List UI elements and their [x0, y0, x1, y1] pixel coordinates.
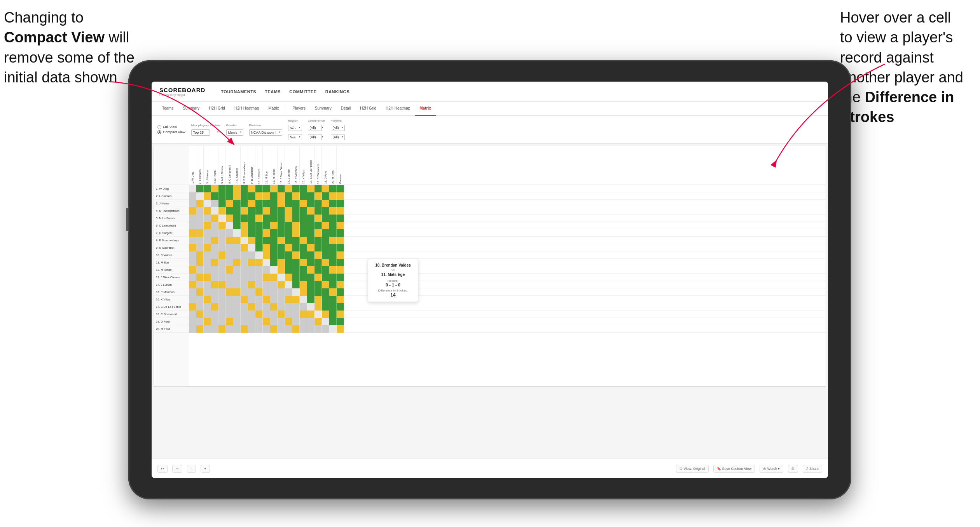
cell-12-18[interactable] — [314, 266, 322, 274]
cell-1-11[interactable] — [263, 185, 270, 192]
cell-12-4[interactable] — [211, 266, 218, 274]
share-button[interactable]: ⤴ Share — [803, 465, 822, 473]
cell-1-1[interactable] — [189, 185, 196, 192]
cell-14-12[interactable] — [270, 281, 278, 288]
cell-17-15[interactable] — [292, 303, 300, 311]
cell-8-10[interactable] — [255, 237, 263, 244]
save-custom-button[interactable]: 🔖 Save Custom View — [713, 465, 755, 473]
cell-14-10[interactable] — [255, 281, 263, 288]
cell-6-12[interactable] — [270, 222, 278, 229]
cell-2-1[interactable] — [189, 192, 196, 200]
cell-13-16[interactable] — [300, 274, 307, 281]
cell-8-5[interactable] — [218, 237, 226, 244]
cell-1-18[interactable] — [314, 185, 322, 192]
cell-9-5[interactable] — [218, 244, 226, 251]
cell-4-3[interactable] — [204, 207, 211, 215]
cell-14-5[interactable] — [218, 281, 226, 288]
cell-20-21[interactable] — [337, 325, 344, 333]
cell-6-17[interactable] — [307, 222, 314, 229]
cell-16-5[interactable] — [218, 296, 226, 303]
nav-tournaments[interactable]: TOURNAMENTS — [221, 89, 256, 94]
cell-14-2[interactable] — [196, 281, 204, 288]
cell-20-3[interactable] — [204, 325, 211, 333]
cell-6-8[interactable] — [241, 222, 248, 229]
cell-14-8[interactable] — [241, 281, 248, 288]
cell-6-20[interactable] — [329, 222, 337, 229]
cell-5-10[interactable] — [255, 215, 263, 222]
cell-11-7[interactable] — [233, 259, 241, 266]
cell-10-13[interactable] — [278, 251, 285, 259]
cell-20-15[interactable] — [292, 325, 300, 333]
cell-6-7[interactable] — [233, 222, 241, 229]
layout-button[interactable]: ⊞ — [788, 465, 798, 473]
cell-20-17[interactable] — [307, 325, 314, 333]
cell-6-4[interactable] — [211, 222, 218, 229]
cell-13-21[interactable] — [337, 274, 344, 281]
cell-6-6[interactable] — [226, 222, 233, 229]
cell-11-14[interactable] — [285, 259, 292, 266]
cell-4-5[interactable] — [218, 207, 226, 215]
cell-4-9[interactable] — [248, 207, 255, 215]
cell-8-1[interactable] — [189, 237, 196, 244]
cell-19-6[interactable] — [226, 318, 233, 325]
cell-14-18[interactable] — [314, 281, 322, 288]
cell-10-7[interactable] — [233, 251, 241, 259]
zoom-out-button[interactable]: − — [187, 465, 196, 473]
cell-12-12[interactable] — [270, 266, 278, 274]
cell-13-14[interactable] — [285, 274, 292, 281]
cell-6-1[interactable] — [189, 222, 196, 229]
view-original-button[interactable]: ⊙ View: Original — [676, 465, 709, 473]
cell-16-7[interactable] — [233, 296, 241, 303]
cell-9-7[interactable] — [233, 244, 241, 251]
cell-8-4[interactable] — [211, 237, 218, 244]
cell-12-13[interactable] — [278, 266, 285, 274]
cell-17-17[interactable] — [307, 303, 314, 311]
cell-6-5[interactable] — [218, 222, 226, 229]
cell-13-15[interactable] — [292, 274, 300, 281]
cell-13-4[interactable] — [211, 274, 218, 281]
cell-10-8[interactable] — [241, 251, 248, 259]
cell-19-14[interactable] — [285, 318, 292, 325]
cell-11-21[interactable] — [337, 259, 344, 266]
cell-5-13[interactable] — [278, 215, 285, 222]
cell-2-11[interactable] — [263, 192, 270, 200]
cell-20-18[interactable] — [314, 325, 322, 333]
cell-16-8[interactable] — [241, 296, 248, 303]
cell-14-13[interactable] — [278, 281, 285, 288]
cell-9-16[interactable] — [300, 244, 307, 251]
cell-4-12[interactable] — [270, 207, 278, 215]
cell-9-4[interactable] — [211, 244, 218, 251]
cell-14-11[interactable] — [263, 281, 270, 288]
cell-19-7[interactable] — [233, 318, 241, 325]
cell-4-14[interactable] — [285, 207, 292, 215]
cell-1-16[interactable] — [300, 185, 307, 192]
cell-20-8[interactable] — [241, 325, 248, 333]
cell-12-17[interactable] — [307, 266, 314, 274]
cell-7-17[interactable] — [307, 229, 314, 237]
cell-10-16[interactable] — [300, 251, 307, 259]
cell-8-14[interactable] — [285, 237, 292, 244]
cell-19-15[interactable] — [292, 318, 300, 325]
cell-15-4[interactable] — [211, 288, 218, 296]
cell-14-16[interactable] — [300, 281, 307, 288]
cell-17-3[interactable] — [204, 303, 211, 311]
cell-9-19[interactable] — [322, 244, 329, 251]
cell-11-8[interactable] — [241, 259, 248, 266]
cell-1-15[interactable] — [292, 185, 300, 192]
cell-18-1[interactable] — [189, 311, 196, 318]
cell-16-12[interactable] — [270, 296, 278, 303]
cell-16-1[interactable] — [189, 296, 196, 303]
cell-16-2[interactable] — [196, 296, 204, 303]
cell-1-4[interactable] — [211, 185, 218, 192]
cell-16-14[interactable] — [285, 296, 292, 303]
cell-7-5[interactable] — [218, 229, 226, 237]
cell-1-7[interactable] — [233, 185, 241, 192]
cell-9-9[interactable] — [248, 244, 255, 251]
cell-20-10[interactable] — [255, 325, 263, 333]
cell-1-20[interactable] — [329, 185, 337, 192]
cell-18-2[interactable] — [196, 311, 204, 318]
cell-17-2[interactable] — [196, 303, 204, 311]
cell-4-10[interactable] — [255, 207, 263, 215]
cell-8-18[interactable] — [314, 237, 322, 244]
cell-12-20[interactable] — [329, 266, 337, 274]
